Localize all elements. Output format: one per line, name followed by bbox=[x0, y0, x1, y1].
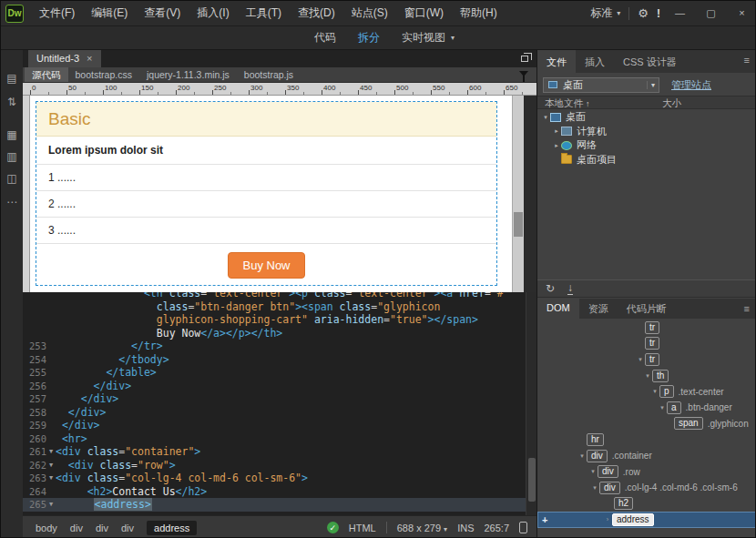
more-icon[interactable]: ⋯ bbox=[1, 196, 23, 208]
code-view[interactable]: <th class="text-center"><p class="text-c… bbox=[23, 292, 536, 515]
workspace-switcher[interactable]: 标准▾ bbox=[590, 5, 620, 21]
related-file-1[interactable]: bootstrap.css bbox=[68, 67, 139, 82]
dom-tag-pill[interactable]: tr bbox=[645, 321, 659, 334]
design-row-0[interactable]: Lorem ipsum dolor sit bbox=[36, 137, 496, 165]
fold-arrow[interactable]: ▼ bbox=[46, 498, 56, 512]
dom-tag-pill[interactable]: hr bbox=[587, 433, 604, 446]
collapse-icon[interactable]: ▾ bbox=[541, 114, 550, 121]
fold-arrow[interactable]: ▼ bbox=[46, 472, 56, 485]
transfer-panel-icon[interactable]: ⇅ bbox=[1, 96, 23, 108]
buy-now-button[interactable]: Buy Now bbox=[228, 252, 304, 279]
code-line-wrap-3[interactable]: Buy Now</a></p></th> bbox=[23, 327, 536, 340]
panel-tab-2[interactable]: CSS 设计器 bbox=[614, 50, 686, 73]
menubar-item-7[interactable]: 窗口(W) bbox=[396, 1, 452, 25]
files-panel-icon[interactable]: ▤ bbox=[1, 72, 23, 85]
dom-tag-pill[interactable]: div bbox=[599, 482, 620, 494]
chevron-down-icon[interactable]: ▾ bbox=[451, 34, 455, 42]
dom-node-a-5[interactable]: ▾a.btn-danger bbox=[537, 400, 756, 416]
minimize-button[interactable]: — bbox=[669, 1, 691, 25]
design-scrollbar[interactable] bbox=[512, 96, 524, 292]
dom-tag-pill[interactable]: th bbox=[652, 370, 669, 382]
dom-tag-pill[interactable]: p bbox=[659, 385, 674, 398]
tag-selector-body[interactable]: body bbox=[36, 523, 57, 533]
expand-icon[interactable]: › bbox=[603, 516, 612, 523]
collapse-icon[interactable]: ▾ bbox=[650, 388, 659, 395]
code-line-253[interactable]: 253 </tr> bbox=[23, 340, 536, 353]
code-line-262[interactable]: 262▼ <div class="row"> bbox=[23, 459, 536, 472]
code-line-256[interactable]: 256 </div> bbox=[23, 380, 536, 393]
collapse-icon[interactable]: ▾ bbox=[590, 484, 599, 492]
close-icon[interactable]: × bbox=[87, 50, 92, 67]
dom-tab-2[interactable]: 代码片断 bbox=[618, 299, 676, 319]
panel-menu-icon[interactable]: ≡ bbox=[737, 299, 756, 319]
code-line-264[interactable]: 264 <h2>Contact Us</h2> bbox=[23, 485, 536, 499]
fold-arrow[interactable]: ▼ bbox=[46, 459, 56, 472]
gear-icon[interactable]: ⚙ bbox=[638, 6, 649, 20]
file-tree-item-2[interactable]: ▸网络 bbox=[537, 138, 756, 153]
file-tree-item-1[interactable]: ▸计算机 bbox=[537, 125, 756, 139]
menubar-item-4[interactable]: 工具(T) bbox=[238, 1, 290, 25]
design-canvas[interactable]: Basic Lorem ipsum dolor sit1 ......2 ...… bbox=[30, 96, 512, 292]
code-line-257[interactable]: 257 </div> bbox=[23, 392, 536, 406]
maximize-button[interactable]: ▢ bbox=[700, 1, 722, 25]
code-line-wrap-1[interactable]: class="btn-danger btn"><span class="glyp… bbox=[23, 300, 536, 314]
restore-windows-icon[interactable] bbox=[521, 56, 528, 62]
design-row-2[interactable]: 2 ...... bbox=[36, 191, 496, 218]
site-dropdown[interactable]: 桌面 ▾ bbox=[543, 77, 659, 93]
dom-node-h2-11[interactable]: h2 bbox=[537, 496, 756, 513]
design-row-3[interactable]: 3 ...... bbox=[36, 218, 496, 244]
menubar-item-0[interactable]: 文件(F) bbox=[31, 1, 83, 25]
manage-sites-link[interactable]: 管理站点 bbox=[671, 78, 711, 92]
panel-heading[interactable]: Basic bbox=[36, 102, 496, 137]
dom-node-tr-2[interactable]: ▾tr bbox=[537, 351, 756, 368]
library-panel-icon[interactable]: ◫ bbox=[1, 172, 23, 185]
fold-arrow[interactable]: ▼ bbox=[46, 445, 56, 459]
get-files-icon[interactable]: ↓ bbox=[567, 282, 573, 295]
dom-node-span-6[interactable]: span.glyphicon bbox=[537, 416, 756, 432]
expand-icon[interactable]: ▸ bbox=[552, 127, 561, 135]
tag-selector-address[interactable]: address bbox=[147, 521, 197, 535]
collapse-icon[interactable]: ▾ bbox=[636, 356, 645, 363]
collapse-icon[interactable]: ▾ bbox=[643, 372, 652, 380]
related-file-2[interactable]: jquery-1.11.3.min.js bbox=[139, 67, 237, 82]
add-element-icon[interactable]: + bbox=[542, 514, 547, 525]
menubar-item-2[interactable]: 查看(V) bbox=[136, 1, 189, 25]
collapse-icon[interactable]: ▾ bbox=[577, 452, 587, 460]
dom-tag-pill[interactable]: div bbox=[598, 465, 618, 478]
design-row-1[interactable]: 1 ...... bbox=[36, 165, 496, 191]
dom-node-tr-0[interactable]: tr bbox=[537, 320, 756, 336]
code-line-254[interactable]: 254 </tbody> bbox=[23, 353, 536, 367]
view-mode-0[interactable]: 代码 bbox=[303, 26, 347, 49]
column-local-files[interactable]: 本地文件 bbox=[545, 97, 583, 108]
dom-tab-0[interactable]: DOM bbox=[537, 299, 579, 319]
dom-node-th-3[interactable]: ▾th bbox=[537, 368, 756, 384]
code-line-wrap-0[interactable]: <th class="text-center"><p class="text-c… bbox=[23, 292, 536, 300]
dom-tag-pill[interactable]: address bbox=[612, 513, 654, 526]
filter-icon[interactable] bbox=[519, 71, 528, 76]
tag-selector-div[interactable]: div bbox=[121, 523, 134, 533]
code-line-258[interactable]: 258 </div> bbox=[23, 406, 536, 420]
file-tree-item-3[interactable]: 桌面项目 bbox=[537, 153, 756, 167]
dom-node-hr-7[interactable]: hr bbox=[537, 431, 756, 448]
panel-menu-icon[interactable]: ≡ bbox=[737, 50, 756, 73]
snippets-panel-icon[interactable]: ▥ bbox=[1, 150, 23, 163]
code-line-255[interactable]: 255 </table> bbox=[23, 366, 536, 380]
file-tree-item-0[interactable]: ▾桌面 bbox=[537, 110, 756, 125]
collapse-icon[interactable]: ▾ bbox=[588, 468, 598, 475]
dom-node-div-10[interactable]: ▾div.col-lg-4 .col-md-6 .col-sm-6 bbox=[537, 480, 756, 496]
code-line-259[interactable]: 259 </div> bbox=[23, 419, 536, 432]
dom-tab-1[interactable]: 资源 bbox=[579, 299, 618, 319]
code-line-260[interactable]: 260 <hr> bbox=[23, 432, 536, 446]
tag-selector-div[interactable]: div bbox=[70, 523, 83, 533]
code-scrollbar-thumb[interactable] bbox=[528, 458, 536, 502]
dom-tag-pill[interactable]: tr bbox=[645, 337, 659, 350]
dom-tag-pill[interactable]: a bbox=[667, 401, 681, 414]
dom-node-p-4[interactable]: ▾p.text-center bbox=[537, 383, 756, 400]
code-line-265[interactable]: 265▼ <address> bbox=[23, 498, 536, 512]
related-file-3[interactable]: bootstrap.js bbox=[237, 67, 301, 82]
dom-node-address-12[interactable]: +›address bbox=[537, 512, 756, 528]
tab-untitled-3[interactable]: Untitled-3 × bbox=[28, 50, 101, 67]
dom-tag-pill[interactable]: h2 bbox=[614, 497, 633, 510]
preview-device-icon[interactable] bbox=[519, 522, 527, 533]
expand-icon[interactable]: ▸ bbox=[552, 142, 561, 149]
